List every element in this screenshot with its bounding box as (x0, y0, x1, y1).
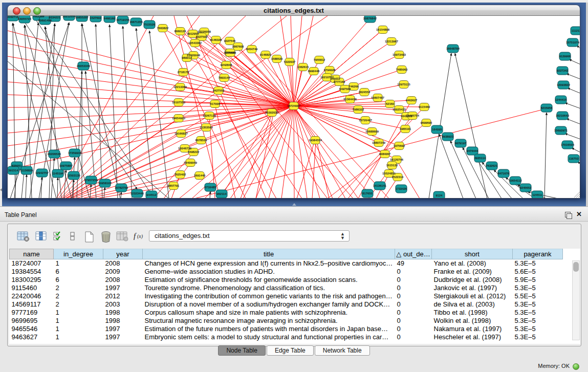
svg-text:11353594: 11353594 (200, 126, 213, 129)
svg-text:9227342: 9227342 (557, 69, 569, 72)
svg-text:417006: 417006 (210, 102, 220, 105)
svg-text:15720407: 15720407 (359, 119, 372, 122)
svg-text:944512: 944512 (146, 193, 156, 196)
svg-text:14136141: 14136141 (373, 184, 387, 187)
svg-text:10975887: 10975887 (59, 164, 73, 167)
svg-text:19166827: 19166827 (175, 132, 188, 135)
svg-text:989012: 989012 (182, 56, 191, 59)
svg-text:9162711: 9162711 (8, 16, 19, 18)
svg-text:16782759: 16782759 (115, 186, 128, 189)
svg-text:5875685: 5875685 (225, 51, 236, 54)
svg-text:10107553: 10107553 (172, 101, 186, 104)
svg-text:835051: 835051 (12, 164, 22, 167)
svg-text:116753: 116753 (569, 157, 579, 160)
svg-text:8678533: 8678533 (195, 139, 207, 142)
svg-text:12975115: 12975115 (397, 83, 410, 86)
svg-text:2867608: 2867608 (232, 45, 244, 48)
svg-text:1588520: 1588520 (271, 57, 283, 60)
svg-text:6466160: 6466160 (104, 17, 116, 20)
svg-text:9474444: 9474444 (467, 149, 478, 152)
svg-text:12213967: 12213967 (385, 40, 398, 43)
svg-text:2718170: 2718170 (178, 71, 189, 74)
svg-text:2522314: 2522314 (392, 176, 404, 179)
svg-text:17957253: 17957253 (84, 179, 98, 182)
svg-text:962114: 962114 (216, 192, 227, 195)
svg-text:10654112: 10654112 (509, 179, 521, 182)
svg-text:1691440: 1691440 (194, 174, 206, 177)
svg-text:5322037: 5322037 (284, 60, 296, 63)
svg-text:8471676: 8471676 (498, 172, 510, 175)
svg-text:8938923: 8938923 (442, 135, 454, 138)
svg-text:8454749: 8454749 (246, 48, 258, 51)
svg-text:7986322: 7986322 (353, 108, 364, 111)
svg-text:817655: 817655 (362, 192, 373, 195)
svg-text:9777169: 9777169 (334, 80, 345, 83)
svg-text:18724007: 18724007 (287, 104, 300, 107)
svg-text:13267130: 13267130 (203, 114, 216, 117)
svg-text:7515526: 7515526 (144, 23, 156, 26)
svg-text:10958107: 10958107 (98, 182, 112, 185)
svg-text:62160: 62160 (386, 102, 394, 105)
svg-text:9245652: 9245652 (520, 186, 532, 189)
svg-text:1145194: 1145194 (52, 172, 64, 175)
svg-text:6679197: 6679197 (455, 142, 467, 145)
svg-text:10212554: 10212554 (62, 16, 76, 18)
svg-text:746266: 746266 (349, 85, 359, 88)
svg-text:7625402: 7625402 (175, 173, 186, 176)
svg-text:10543382: 10543382 (188, 41, 202, 45)
svg-text:14055724: 14055724 (18, 17, 32, 20)
svg-text:1615132: 1615132 (386, 164, 398, 167)
svg-text:16120746: 16120746 (390, 158, 404, 161)
svg-text:19654923: 19654923 (172, 117, 186, 120)
svg-text:1733426: 1733426 (396, 187, 407, 190)
svg-text:12213369: 12213369 (173, 85, 187, 89)
svg-text:7485063: 7485063 (396, 68, 408, 71)
svg-text:15495754: 15495754 (406, 114, 420, 117)
svg-text:10046738: 10046738 (178, 147, 192, 150)
svg-text:9699695: 9699695 (421, 121, 432, 124)
svg-text:9242848: 9242848 (221, 63, 232, 67)
svg-text:15524851: 15524851 (382, 172, 396, 175)
svg-text:12093822: 12093822 (557, 83, 570, 86)
svg-text:16671355: 16671355 (129, 20, 143, 24)
svg-text:10688609: 10688609 (365, 130, 379, 133)
svg-text:7663822: 7663822 (157, 27, 169, 30)
svg-text:20053346: 20053346 (77, 64, 91, 68)
svg-text:15751074: 15751074 (566, 41, 580, 44)
svg-text:9084067: 9084067 (379, 152, 391, 156)
svg-text:10855287: 10855287 (75, 16, 89, 19)
svg-text:7803144: 7803144 (219, 76, 230, 79)
svg-text:9463627: 9463627 (406, 99, 418, 102)
svg-text:12323446: 12323446 (130, 192, 144, 195)
svg-text:164095: 164095 (432, 128, 442, 131)
svg-text:8215958: 8215958 (541, 106, 553, 110)
svg-text:18807249: 18807249 (372, 141, 386, 144)
svg-text:23226058: 23226058 (198, 30, 211, 33)
svg-text:391514: 391514 (8, 169, 18, 172)
svg-text:21364436: 21364436 (343, 98, 357, 101)
svg-text:7955812: 7955812 (314, 58, 325, 61)
svg-text:3498222: 3498222 (188, 150, 200, 154)
svg-text:9129966: 9129966 (559, 55, 571, 58)
svg-text:10973493: 10973493 (393, 53, 406, 56)
svg-text:1975692: 1975692 (394, 144, 405, 147)
svg-text:1362615: 1362615 (297, 65, 309, 69)
svg-text:12942757: 12942757 (35, 171, 49, 174)
svg-text:9327546: 9327546 (224, 39, 236, 42)
svg-text:10719155: 10719155 (116, 18, 130, 21)
svg-text:1965101: 1965101 (400, 127, 411, 130)
svg-text:7663355: 7663355 (33, 16, 45, 18)
svg-text:f: f (134, 232, 137, 240)
svg-text:15692971: 15692971 (554, 129, 568, 132)
svg-text:9115460: 9115460 (419, 105, 430, 108)
svg-text:16648784: 16648784 (446, 47, 460, 50)
svg-text:17359934: 17359934 (68, 151, 82, 155)
svg-text:10025433: 10025433 (393, 108, 406, 111)
svg-text:8146328: 8146328 (210, 38, 222, 41)
svg-text:111211: 111211 (572, 29, 580, 32)
svg-text:9334221: 9334221 (49, 16, 61, 19)
svg-text:17016504: 17016504 (561, 143, 575, 146)
svg-text:20876842: 20876842 (363, 17, 377, 20)
svg-text:20206536: 20206536 (48, 152, 61, 156)
svg-text:8660124: 8660124 (175, 30, 186, 33)
